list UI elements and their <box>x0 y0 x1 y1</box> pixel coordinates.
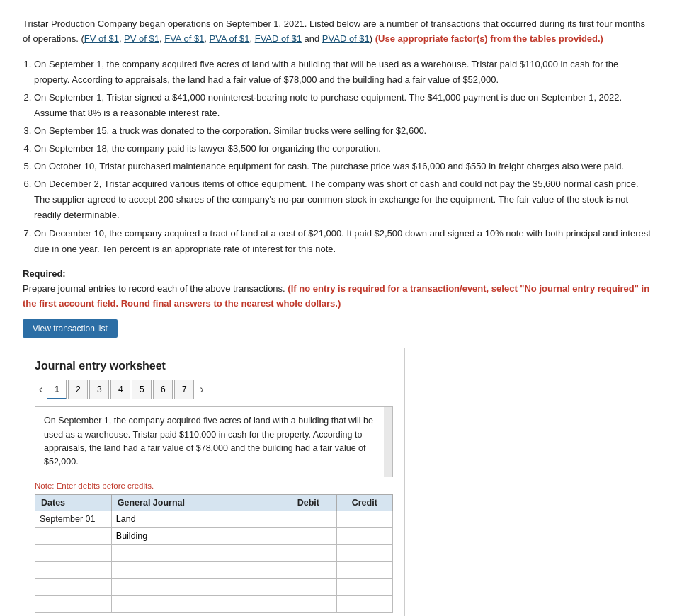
debit-header: Debit <box>280 494 336 511</box>
pvad-link[interactable]: PVAD of $1 <box>322 33 370 44</box>
scrollbar[interactable] <box>384 407 392 477</box>
date-cell-3 <box>35 544 112 561</box>
debit-cell-4[interactable] <box>280 561 336 578</box>
table-instruction: (Use appropriate factor(s) from the tabl… <box>375 33 603 44</box>
debit-cell-3[interactable] <box>280 544 336 561</box>
pv-link[interactable]: PV of $1 <box>124 33 159 44</box>
debit-input-2[interactable] <box>285 531 331 541</box>
worksheet-title: Journal entry worksheet <box>35 360 393 372</box>
tab-7[interactable]: 7 <box>174 380 194 399</box>
date-cell-2 <box>35 527 112 544</box>
debit-input-3[interactable] <box>285 548 331 558</box>
table-row <box>35 578 393 595</box>
transaction-list: On September 1, the company acquired fiv… <box>34 57 654 257</box>
credit-header: Credit <box>336 494 392 511</box>
credit-cell-5[interactable] <box>336 578 392 595</box>
table-row <box>35 595 393 612</box>
transaction-2: On September 1, Tristar signed a $41,000… <box>34 90 654 121</box>
required-instruction: Prepare journal entries to record each o… <box>23 283 285 294</box>
tab-3[interactable]: 3 <box>89 380 109 399</box>
credit-input-6[interactable] <box>341 599 388 609</box>
credit-cell-6[interactable] <box>336 595 392 612</box>
required-label: Required: <box>23 268 66 279</box>
fva-link[interactable]: FVA of $1 <box>164 33 204 44</box>
debit-input-4[interactable] <box>285 565 331 575</box>
debit-input-5[interactable] <box>285 582 331 592</box>
tab-5[interactable]: 5 <box>132 380 152 399</box>
credit-input-3[interactable] <box>341 548 388 558</box>
intro-paragraph: Tristar Production Company began operati… <box>23 17 654 47</box>
date-cell-5 <box>35 578 112 595</box>
journal-cell-1[interactable] <box>111 511 280 527</box>
journal-input-5[interactable] <box>116 582 275 592</box>
debit-cell-1[interactable] <box>280 511 336 527</box>
journal-input-1[interactable] <box>116 514 275 524</box>
transaction-6: On December 2, Tristar acquired various … <box>34 176 654 223</box>
credit-cell-1[interactable] <box>336 511 392 527</box>
transaction-3: On September 15, a truck was donated to … <box>34 123 654 139</box>
pva-link[interactable]: PVA of $1 <box>210 33 250 44</box>
debit-input-1[interactable] <box>285 514 331 524</box>
journal-cell-4[interactable] <box>111 561 280 578</box>
note-text: Note: Enter debits before credits. <box>35 481 393 490</box>
debit-cell-5[interactable] <box>280 578 336 595</box>
debit-input-6[interactable] <box>285 599 331 609</box>
fv-link[interactable]: FV of $1 <box>84 33 119 44</box>
journal-cell-5[interactable] <box>111 578 280 595</box>
journal-input-4[interactable] <box>116 565 275 575</box>
journal-cell-3[interactable] <box>111 544 280 561</box>
table-row: September 01 <box>35 511 393 527</box>
transaction-4: On September 18, the company paid its la… <box>34 141 654 156</box>
transaction-1: On September 1, the company acquired fiv… <box>34 57 654 88</box>
prev-tab-button[interactable]: ‹ <box>35 382 47 397</box>
journal-input-6[interactable] <box>116 599 275 609</box>
next-tab-button[interactable]: › <box>195 382 207 397</box>
credit-input-4[interactable] <box>341 565 388 575</box>
debit-cell-2[interactable] <box>280 527 336 544</box>
date-cell-4 <box>35 561 112 578</box>
credit-cell-3[interactable] <box>336 544 392 561</box>
table-row <box>35 527 393 544</box>
transaction-7: On December 10, the company acquired a t… <box>34 226 654 257</box>
journal-cell-2[interactable] <box>111 527 280 544</box>
tab-6[interactable]: 6 <box>153 380 173 399</box>
tab-4[interactable]: 4 <box>110 380 130 399</box>
fvad-link[interactable]: FVAD of $1 <box>255 33 302 44</box>
credit-cell-4[interactable] <box>336 561 392 578</box>
journal-input-3[interactable] <box>116 548 275 558</box>
transaction-5: On October 10, Tristar purchased mainten… <box>34 159 654 174</box>
credit-input-2[interactable] <box>341 531 388 541</box>
journal-cell-6[interactable] <box>111 595 280 612</box>
credit-cell-2[interactable] <box>336 527 392 544</box>
tab-2[interactable]: 2 <box>68 380 88 399</box>
credit-input-5[interactable] <box>341 582 388 592</box>
date-cell-1: September 01 <box>35 511 112 527</box>
tab-1[interactable]: 1 <box>47 380 67 399</box>
tab-navigation: ‹ 1 2 3 4 5 6 7 › <box>35 380 393 399</box>
dates-header: Dates <box>35 494 112 511</box>
journal-input-2[interactable] <box>116 531 275 541</box>
table-row <box>35 544 393 561</box>
journal-table: Dates General Journal Debit Credit Septe… <box>35 494 393 613</box>
table-row <box>35 561 393 578</box>
general-journal-header: General Journal <box>111 494 280 511</box>
worksheet-container: Journal entry worksheet ‹ 1 2 3 4 5 6 7 … <box>23 348 405 616</box>
scenario-description: On September 1, the company acquired fiv… <box>35 406 393 477</box>
view-transaction-list-button[interactable]: View transaction list <box>23 319 118 338</box>
required-section: Required: Prepare journal entries to rec… <box>23 268 654 312</box>
debit-cell-6[interactable] <box>280 595 336 612</box>
credit-input-1[interactable] <box>341 514 388 524</box>
date-cell-6 <box>35 595 112 612</box>
